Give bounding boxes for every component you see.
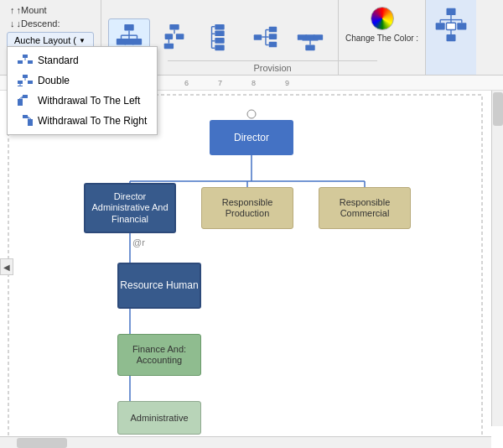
ruler-tick-8: 8 — [252, 79, 285, 87]
chart-style-3-button[interactable] — [199, 18, 241, 57]
svg-rect-2 — [18, 60, 23, 64]
menu-item-double-label: Double — [38, 75, 70, 86]
svg-rect-69 — [447, 34, 456, 41]
provision-label: Provision — [168, 60, 377, 73]
vertical-scrollbar[interactable] — [491, 91, 503, 426]
svg-rect-28 — [132, 38, 142, 44]
svg-rect-58 — [314, 34, 323, 40]
svg-rect-35 — [215, 23, 224, 29]
ribbon-left-panel: ↑ ↑Mount ↓ ↓Descend: Auche Layout ( Stan… — [0, 0, 101, 75]
svg-rect-65 — [436, 23, 445, 29]
svg-rect-50 — [269, 34, 277, 39]
node-finance[interactable]: Finance And: Accounting — [117, 334, 201, 376]
svg-rect-14 — [18, 102, 23, 106]
menu-item-withdrawal-left-label: Withdrawal To The Left — [38, 95, 140, 107]
vertical-scrollbar-thumb[interactable] — [493, 92, 503, 126]
arrow-down-icon: ↓ — [10, 18, 15, 29]
node-responsible-prod[interactable]: Responsible Production — [201, 187, 293, 229]
org-chart-canvas[interactable]: @r Director Director Administrative And … — [0, 91, 503, 448]
color-picker-circle[interactable] — [371, 7, 394, 30]
horizontal-scrollbar-thumb[interactable] — [17, 438, 67, 448]
node-administrative[interactable]: Administrative — [117, 401, 201, 435]
svg-rect-44 — [254, 34, 262, 40]
svg-rect-67 — [457, 23, 466, 29]
at-marker: @r — [132, 237, 145, 247]
node-responsible-comm[interactable]: Responsible Commercial — [319, 187, 411, 229]
svg-rect-6 — [18, 81, 23, 84]
node-resource-human[interactable]: Resource Human — [117, 263, 201, 309]
svg-rect-39 — [215, 30, 224, 36]
svg-rect-59 — [447, 8, 456, 15]
svg-rect-32 — [176, 34, 184, 39]
node-director-admin[interactable]: Director Administrative And Financial — [84, 183, 176, 233]
svg-point-80 — [247, 110, 256, 118]
chart-style-2-button[interactable] — [153, 18, 195, 57]
svg-rect-31 — [165, 34, 173, 39]
ruler-tick-9: 9 — [285, 79, 319, 87]
svg-rect-43 — [215, 44, 224, 50]
mount-label: ↑Mount — [17, 5, 47, 15]
node-director-top[interactable]: Director — [210, 120, 293, 155]
svg-rect-66 — [447, 23, 456, 29]
svg-rect-3 — [28, 60, 33, 64]
menu-item-double[interactable]: Double — [8, 70, 157, 91]
menu-item-withdrawal-right[interactable]: Withdrawal To The Right — [8, 111, 157, 131]
svg-rect-41 — [215, 38, 224, 44]
change-color-label[interactable]: Change The Color : — [345, 34, 418, 43]
svg-rect-52 — [269, 41, 277, 47]
ruler-tick-7: 7 — [218, 79, 252, 87]
withdrawal-left-icon — [18, 95, 33, 107]
svg-rect-0 — [23, 55, 28, 58]
menu-item-withdrawal-right-label: Withdrawal To The Right — [38, 115, 147, 127]
layout-dropdown-menu: Standard Double Withdrawal To The Left — [7, 46, 158, 135]
menu-item-withdrawal-left[interactable]: Withdrawal To The Left — [8, 91, 157, 111]
svg-rect-19 — [28, 122, 33, 126]
chart-style-4-button[interactable] — [244, 18, 286, 57]
svg-rect-48 — [269, 26, 277, 32]
withdrawal-right-icon — [18, 115, 33, 127]
svg-rect-4 — [23, 75, 28, 78]
svg-rect-15 — [23, 115, 28, 118]
svg-rect-34 — [164, 43, 174, 49]
menu-item-standard[interactable]: Standard — [8, 50, 157, 70]
double-icon — [18, 75, 33, 86]
app-window: ↑ ↑Mount ↓ ↓Descend: Auche Layout ( Stan… — [0, 0, 503, 448]
standard-icon — [18, 55, 33, 66]
svg-rect-53 — [305, 44, 314, 50]
mount-button[interactable]: ↑ ↑Mount — [7, 3, 94, 17]
descend-label: ↓Descend: — [17, 18, 60, 29]
arrow-up-icon: ↑ — [10, 5, 15, 15]
ruler-tick-6: 6 — [184, 79, 218, 87]
active-chart-icon — [433, 7, 469, 44]
svg-rect-7 — [28, 81, 33, 84]
svg-rect-20 — [124, 23, 133, 30]
svg-rect-9 — [18, 86, 23, 86]
collapse-panel-button[interactable]: ◀ — [0, 258, 13, 275]
horizontal-scrollbar[interactable] — [0, 436, 491, 448]
layout-label: Auche Layout ( — [14, 35, 76, 45]
menu-item-standard-label: Standard — [38, 55, 79, 66]
chart-style-5-button[interactable] — [289, 18, 331, 57]
ribbon-active-layout — [425, 0, 476, 75]
svg-rect-10 — [23, 95, 28, 98]
descend-button[interactable]: ↓ ↓Descend: — [7, 17, 94, 30]
svg-rect-29 — [169, 23, 179, 29]
